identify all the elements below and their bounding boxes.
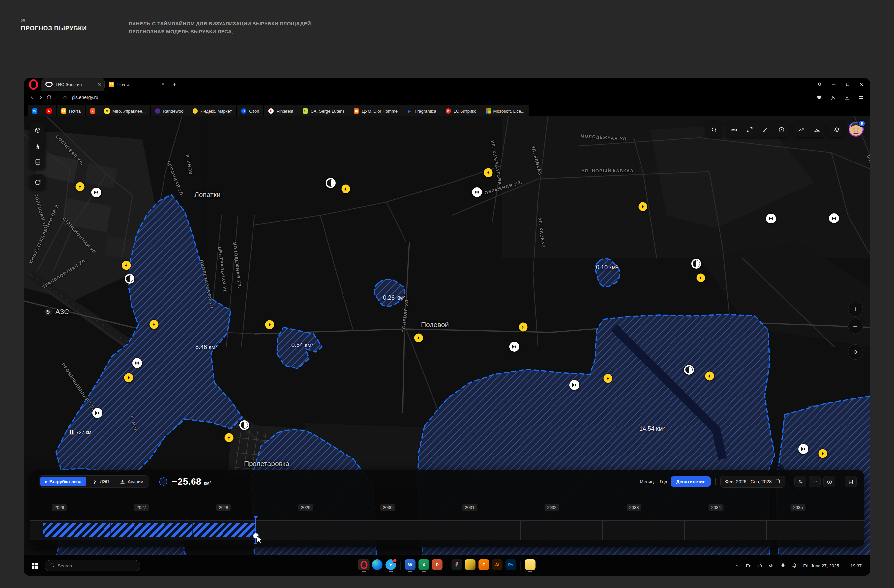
taskbar-app-edge[interactable]	[372, 559, 383, 572]
bookmark-item[interactable]: Randewoo	[151, 105, 187, 117]
valve-marker-icon[interactable]	[509, 342, 519, 352]
bookmark-item[interactable]: ▲	[86, 105, 100, 117]
layer-toggle-dot[interactable]: Вырубка леса	[40, 476, 86, 487]
timeline-track[interactable]	[30, 520, 864, 540]
bookmark-item[interactable]: SGA. Serge Lutens	[298, 105, 349, 117]
half-circle-marker-icon[interactable]	[326, 178, 335, 188]
valve-marker-icon[interactable]	[799, 444, 808, 454]
layer-toggle-warning[interactable]: Аварии	[115, 476, 148, 487]
layer-toggle-lightning[interactable]: ЛЭП	[88, 476, 114, 487]
cube-3d-icon[interactable]	[30, 122, 45, 138]
lightning-marker-icon[interactable]	[414, 333, 423, 342]
taskbar-app-illustrator[interactable]: Ai	[492, 559, 503, 572]
start-button[interactable]	[29, 560, 40, 571]
layers-icon[interactable]	[829, 122, 844, 137]
lightning-marker-icon[interactable]	[124, 374, 133, 382]
lightning-marker-icon[interactable]	[484, 169, 493, 177]
date-range-picker[interactable]: Фев, 2026 - Сен, 2028	[720, 476, 785, 488]
trend-icon[interactable]	[793, 122, 809, 137]
bookmark-item[interactable]: OOzon	[237, 105, 263, 117]
search-icon[interactable]	[706, 122, 722, 137]
downloads-icon[interactable]	[841, 92, 852, 102]
period-mode-button[interactable]: Месяц	[638, 476, 656, 487]
half-circle-marker-icon[interactable]	[125, 274, 134, 284]
notifications-bell-icon[interactable]	[791, 562, 797, 568]
reload-icon[interactable]	[45, 95, 53, 100]
browser-search-icon[interactable]	[814, 80, 825, 89]
circle-dot-icon[interactable]	[773, 122, 789, 137]
half-circle-marker-icon[interactable]	[239, 420, 249, 430]
browser-tab[interactable]: ✉Почта✕	[105, 78, 168, 90]
lightning-marker-icon[interactable]	[76, 182, 85, 191]
more-icon[interactable]	[809, 476, 821, 487]
bookmark-item[interactable]: ▦ЦУМ. Dior Homme	[349, 105, 402, 117]
taskbar-search-input[interactable]: Search...	[45, 560, 140, 571]
zoom-in-button[interactable]	[848, 302, 863, 317]
taskbar-app-word[interactable]: W	[405, 559, 416, 572]
taskbar-app-opera[interactable]	[359, 559, 369, 572]
tray-chevron-icon[interactable]	[734, 562, 740, 568]
valve-marker-icon[interactable]	[472, 187, 482, 197]
valve-marker-icon[interactable]	[92, 408, 102, 418]
forward-icon[interactable]	[36, 95, 45, 100]
taskbar-app-figma[interactable]	[452, 559, 462, 572]
volume-icon[interactable]	[769, 562, 774, 568]
taskbar-app-photoshop[interactable]: Ps	[506, 559, 516, 572]
lightning-marker-icon[interactable]	[265, 320, 274, 329]
bookmark-item[interactable]: PPinterest	[264, 105, 297, 117]
expand-icon[interactable]	[742, 122, 758, 137]
maximize-button[interactable]	[842, 80, 853, 89]
angle-icon[interactable]	[758, 122, 773, 137]
taskbar-app-excel[interactable]: X	[419, 559, 429, 572]
profile-icon[interactable]	[828, 92, 839, 102]
lightning-marker-icon[interactable]	[705, 372, 714, 381]
lightning-marker-icon[interactable]	[122, 261, 131, 270]
back-icon[interactable]	[28, 95, 36, 100]
valve-marker-icon[interactable]	[132, 358, 142, 368]
lightning-marker-icon[interactable]	[341, 185, 350, 193]
opera-menu-icon[interactable]	[29, 80, 38, 90]
valve-marker-icon[interactable]	[91, 187, 101, 198]
browser-tab[interactable]: ГИС Энергия✕	[41, 78, 104, 90]
lightning-marker-icon[interactable]	[696, 274, 705, 282]
bookmark-item[interactable]: ✦Яндекс. Маркет	[188, 105, 236, 117]
valve-marker-icon[interactable]	[829, 213, 839, 223]
panel-sidebar-button[interactable]	[845, 476, 857, 487]
bookmark-item[interactable]: ✉Почта	[57, 105, 85, 117]
taskbar-app-telegram[interactable]: ➤	[386, 559, 396, 572]
lightning-marker-icon[interactable]	[519, 323, 528, 332]
easy-setup-icon[interactable]	[855, 92, 866, 102]
half-circle-marker-icon[interactable]	[691, 259, 701, 268]
book-icon[interactable]	[30, 154, 45, 170]
lightning-marker-icon[interactable]	[639, 202, 648, 211]
lightning-marker-icon[interactable]	[818, 449, 828, 458]
lightning-marker-icon[interactable]	[604, 374, 613, 383]
tab-close-icon[interactable]: ✕	[97, 82, 101, 87]
bookmark-item[interactable]: b1С Битрикс	[441, 105, 481, 117]
map-canvas[interactable]: СОСНОВАЯ УЛ.ТОРГОВАЯ УЛ.ПЕСОЧНАЯ УЛ.Р. И…	[24, 116, 870, 555]
info-icon[interactable]	[823, 476, 835, 487]
ruler-icon[interactable]	[726, 122, 742, 137]
bookmark-item[interactable]: MMiro. Управлен...	[100, 105, 150, 117]
taskbar-app-powerpoint[interactable]: P	[432, 559, 443, 572]
valve-marker-icon[interactable]	[569, 380, 579, 390]
bookmark-item[interactable]: FFragrantica	[403, 105, 441, 117]
taskbar-app-notes[interactable]	[525, 559, 536, 572]
close-button[interactable]	[856, 80, 867, 89]
language-indicator[interactable]: En	[746, 563, 752, 568]
microphone-icon[interactable]	[780, 562, 786, 568]
bookmark-item[interactable]: Microsoft. Lice...	[481, 105, 529, 117]
new-tab-button[interactable]: +	[173, 81, 177, 88]
power-tower-icon[interactable]	[30, 138, 45, 154]
favorites-heart-icon[interactable]	[814, 92, 825, 102]
bookmark-item[interactable]: ▶	[42, 105, 56, 117]
tune-icon[interactable]	[794, 476, 806, 487]
minimize-button[interactable]	[828, 80, 839, 89]
tab-close-icon[interactable]: ✕	[161, 82, 165, 87]
refresh-icon[interactable]	[30, 174, 45, 190]
lightning-marker-icon[interactable]	[225, 433, 234, 442]
bookmark-item[interactable]: VK	[28, 105, 42, 117]
valve-marker-icon[interactable]	[766, 214, 776, 223]
compass-button[interactable]	[848, 344, 863, 360]
period-mode-button[interactable]: Десятилетие	[671, 476, 711, 487]
